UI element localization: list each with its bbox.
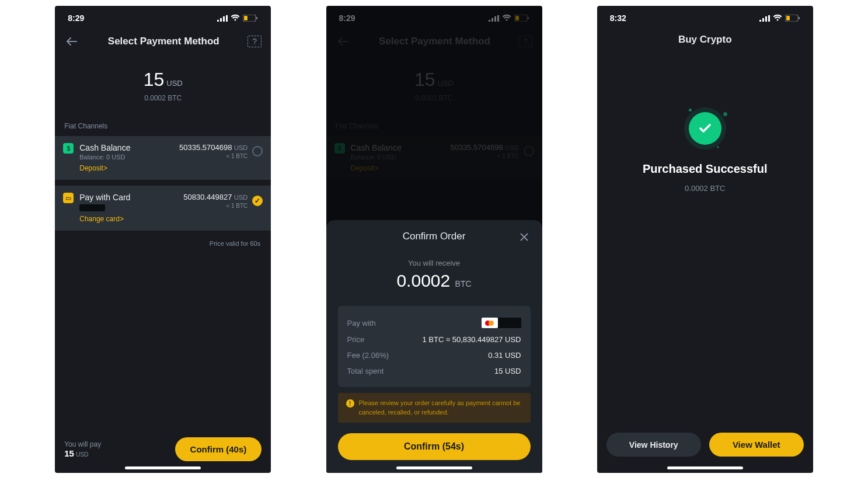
warning-icon: ! <box>346 399 354 408</box>
success-amount: 0.0002 BTC <box>597 184 813 193</box>
price-value: 1 BTC ≈ 50,830.449827 USD <box>422 335 521 344</box>
svg-rect-8 <box>799 17 800 19</box>
card-rate-eq: ≈ 1 BTC <box>183 203 247 209</box>
confirm-button[interactable]: Confirm (40s) <box>175 437 262 461</box>
status-time: 8:29 <box>68 13 84 23</box>
card-number-masked <box>498 318 521 328</box>
status-indicators <box>217 15 258 22</box>
close-button[interactable] <box>518 231 531 243</box>
status-bar: 8:29 <box>55 6 271 28</box>
home-indicator[interactable] <box>667 466 743 469</box>
deposit-link[interactable]: Deposit> <box>79 164 107 172</box>
status-bar: 8:32 <box>597 6 813 28</box>
receive-label: You will receive <box>338 259 531 267</box>
svg-rect-2 <box>256 17 257 19</box>
card-title: Pay with Card <box>79 193 183 202</box>
signal-icon <box>759 15 770 22</box>
receive-currency: BTC <box>455 279 472 288</box>
mastercard-icon <box>482 318 498 328</box>
screen-confirm-order: 8:29 Select Payment Method ? 15 USD 0.00… <box>326 6 542 473</box>
view-history-button[interactable]: View History <box>606 433 701 457</box>
app-header: Buy Crypto <box>597 28 813 54</box>
total-label: Total spent <box>347 367 384 375</box>
status-time: 8:32 <box>610 13 626 23</box>
wifi-icon <box>231 15 240 22</box>
amount-display: 15 USD 0.0002 BTC <box>55 69 271 102</box>
confirm-button[interactable]: Confirm (54s) <box>338 433 531 460</box>
footer-amount: 15 <box>64 448 74 458</box>
footer-pay-label: You will pay <box>64 440 101 448</box>
warning-box: ! Please review your order carefully as … <box>338 393 531 423</box>
card-rate-cur: USD <box>234 194 247 201</box>
card-rate: 50830.449827 <box>183 193 232 201</box>
wifi-icon <box>773 15 782 22</box>
cash-icon: $ <box>63 143 74 154</box>
warning-text: Please review your order carefully as pa… <box>359 399 522 417</box>
fee-label: Fee (2.06%) <box>347 351 389 360</box>
total-value: 15 USD <box>494 367 521 375</box>
battery-icon <box>243 15 258 22</box>
page-title: Buy Crypto <box>678 34 732 46</box>
paywith-label: Pay with <box>347 319 376 328</box>
amount-crypto: 0.0002 BTC <box>55 94 271 102</box>
price-valid: Price valid for 60s <box>55 232 271 247</box>
home-indicator[interactable] <box>396 466 472 469</box>
amount-currency: USD <box>166 79 182 88</box>
payment-row-cash[interactable]: $ Cash Balance Balance: 0 USD Deposit> 5… <box>55 136 271 180</box>
section-fiat-label: Fiat Channels <box>55 102 271 136</box>
order-summary-table: Pay with Price 1 BTC ≈ 50,830.449827 USD… <box>338 306 531 387</box>
app-header: Select Payment Method ? <box>55 28 271 57</box>
help-button[interactable]: ? <box>247 36 262 47</box>
screen-select-payment: 8:29 Select Payment Method ? 15 USD 0.00… <box>55 6 271 473</box>
card-number-masked <box>79 204 105 211</box>
cash-balance: Balance: 0 USD <box>79 154 179 161</box>
confirm-order-sheet: Confirm Order You will receive 0.0002 BT… <box>326 220 542 473</box>
battery-icon <box>785 15 800 22</box>
sheet-title: Confirm Order <box>403 231 466 242</box>
cash-rate-eq: ≈ 1 BTC <box>179 153 247 159</box>
footer-currency: USD <box>76 451 88 458</box>
back-button[interactable] <box>64 34 79 49</box>
receive-value: 0.0002 <box>396 271 450 290</box>
signal-icon <box>217 15 228 22</box>
cash-rate: 50335.5704698 <box>179 143 232 152</box>
svg-rect-1 <box>244 16 247 20</box>
view-wallet-button[interactable]: View Wallet <box>709 433 804 457</box>
paywith-value <box>482 318 521 328</box>
payment-row-card[interactable]: ▭ Pay with Card Change card> 50830.44982… <box>55 186 271 231</box>
status-indicators <box>759 15 800 22</box>
price-label: Price <box>347 335 365 344</box>
amount-value: 15 <box>144 69 165 90</box>
cash-radio[interactable] <box>252 146 263 156</box>
success-checkmark-icon <box>689 112 721 145</box>
success-content: Purchased Successful 0.0002 BTC <box>597 112 813 193</box>
card-icon: ▭ <box>63 193 74 203</box>
success-title: Purchased Successful <box>597 162 813 176</box>
cash-rate-cur: USD <box>234 144 247 151</box>
page-title: Select Payment Method <box>108 36 219 47</box>
fee-value: 0.31 USD <box>488 351 521 360</box>
change-card-link[interactable]: Change card> <box>79 215 124 223</box>
screen-success: 8:32 Buy Crypto Purchased Successful 0.0… <box>597 6 813 473</box>
cash-title: Cash Balance <box>79 143 179 152</box>
card-radio[interactable] <box>252 196 263 206</box>
svg-rect-7 <box>786 16 790 20</box>
home-indicator[interactable] <box>125 466 201 469</box>
